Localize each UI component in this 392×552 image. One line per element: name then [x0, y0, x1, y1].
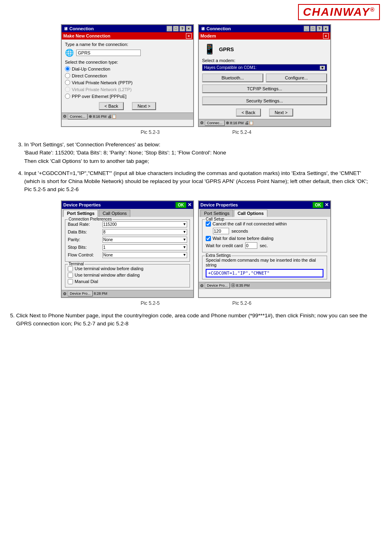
taskbar-connec-2[interactable]: Connec...	[205, 120, 225, 126]
back-button-2[interactable]: < Back	[236, 108, 261, 117]
configure-button[interactable]: Configure...	[266, 73, 327, 82]
caption-5-2-4: Pic 5.2-4	[232, 129, 251, 135]
pic-5-2-3-window: 🖥 Connection _ □ ? × Make New Connection…	[61, 24, 194, 127]
close-icon-1[interactable]: ×	[186, 26, 192, 31]
close-icon-2[interactable]: ×	[323, 26, 329, 31]
credit-label: Wait for credit card	[206, 243, 243, 248]
parity-select[interactable]: None ▼	[102, 237, 187, 243]
next-button-1[interactable]: Next >	[132, 102, 156, 110]
seconds-input[interactable]	[213, 228, 229, 234]
stop-bits-select[interactable]: 1 ▼	[102, 244, 187, 250]
dp-close-icon-2[interactable]: ✕	[325, 202, 329, 208]
check-manual-dial[interactable]: Manual Dial	[68, 279, 187, 284]
modem-close[interactable]: ×	[323, 33, 329, 39]
check-before-dialing[interactable]: Use terminal window before dialing	[68, 266, 187, 271]
data-bits-value: 8	[103, 230, 106, 234]
start-icon-1: ⚙	[63, 114, 67, 119]
step-5: Click Next to Phone Number page, input t…	[12, 312, 380, 328]
tcp-ip-settings-button[interactable]: TCP/IP Settings...	[202, 84, 327, 93]
connection-icon-2: 🖥	[200, 26, 205, 31]
select-modem-label: Select a modem:	[202, 58, 327, 63]
help-icon-2[interactable]: ?	[317, 26, 322, 31]
modem-device-name: GPRS	[219, 46, 234, 52]
modem-btn-pair: Bluetooth... Configure...	[202, 73, 327, 82]
data-bits-row: Data Bits: 8 ▼	[68, 229, 187, 235]
dp-titlebar-2: Device Properties OK ✕	[199, 201, 330, 209]
taskbar-device-6[interactable]: Device Pro...	[205, 283, 230, 288]
radio-dialup[interactable]: Dial-Up Connection	[65, 66, 190, 71]
radio-pppoe[interactable]: PPP over Ethernet [PPPoE]	[65, 94, 190, 99]
check-cancel-call[interactable]: Cancel the call if not connected within	[206, 221, 323, 227]
modem-dropdown-arrow: ▼	[320, 66, 325, 70]
stop-bits-row: Stop Bits: 1 ▼	[68, 244, 187, 250]
dp-titlebar-right-1: OK ✕	[175, 202, 192, 208]
titlebar-left-1: 🖥 Connection	[63, 26, 94, 31]
tab-port-settings-2[interactable]: Port Settings	[200, 210, 233, 217]
parity-value: None	[103, 237, 113, 242]
type-label: Select the connection type:	[65, 60, 190, 65]
minimize-icon-1[interactable]: _	[167, 26, 172, 31]
terminal-group: Terminal Use terminal window before dial…	[65, 264, 190, 287]
credit-input[interactable]	[245, 242, 257, 249]
titlebar-title-1: Connection	[69, 26, 94, 31]
taskbar-extra-2: 🖨📋	[245, 121, 254, 125]
pic-5-2-4-window: 🖥 Connection _ □ ? × Modem × 📱 GPRS Sele…	[198, 24, 331, 127]
dp-title-1: Device Properties	[63, 202, 101, 207]
dp-tabs-1: Port Settings Call Options	[62, 209, 193, 217]
pic-5-2-5-window: Device Properties OK ✕ Port Settings Cal…	[61, 200, 194, 298]
check-after-dialing[interactable]: Use terminal window after dialing	[68, 273, 187, 278]
bluetooth-button[interactable]: Bluetooth...	[202, 73, 263, 82]
dp-close-icon-1[interactable]: ✕	[188, 202, 192, 208]
flow-control-label: Flow Control:	[68, 252, 100, 257]
connection-name-input[interactable]	[76, 50, 141, 56]
connection-icon-1: 🖥	[63, 26, 68, 31]
security-settings-button[interactable]: Security Settings...	[202, 96, 327, 105]
taskbar-connec-1[interactable]: Connec...	[68, 114, 88, 119]
make-new-connection-body: Type a name for the connection: 🌐 Select…	[62, 40, 193, 112]
modem-dropdown[interactable]: Hayes Compatible on COM1: ▼	[202, 64, 327, 71]
name-label: Type a name for the connection:	[65, 42, 190, 47]
modem-select-row: Hayes Compatible on COM1: ▼	[202, 64, 327, 71]
minimize-icon-2[interactable]: _	[304, 26, 309, 31]
taskbar-time-2: 8:16 PM	[230, 121, 244, 125]
connection-prefs-group: Connection Preferences Baud Rate: 115200…	[65, 219, 190, 262]
dp-tabs-2: Port Settings Call Options	[199, 209, 330, 217]
taskbar-a-icon: Ⓐ	[231, 283, 235, 288]
radio-vpn-pptp[interactable]: Virtual Private Network (PPTP)	[65, 80, 190, 85]
pic-5-2-6-window: Device Properties OK ✕ Port Settings Cal…	[198, 200, 331, 298]
dp-titlebar-1: Device Properties OK ✕	[62, 201, 193, 209]
stop-bits-label: Stop Bits:	[68, 245, 100, 250]
data-bits-select[interactable]: 8 ▼	[102, 229, 187, 235]
flow-control-select[interactable]: None ▼	[102, 252, 187, 258]
check-wait-dial-tone[interactable]: Wait for dial tone before dialing	[206, 236, 323, 241]
taskbar-time-1: 8:16 PM	[93, 115, 107, 119]
help-icon-1[interactable]: ?	[179, 26, 185, 31]
radio-vpn-l2tp: Virtual Private Network (L2TP)	[65, 87, 190, 92]
start-icon-5: ⚙	[63, 292, 67, 296]
next-button-2[interactable]: Next >	[269, 108, 293, 117]
baud-rate-select[interactable]: 115200 ▼	[102, 221, 187, 227]
call-setup-group: Call Setup Cancel the call if not connec…	[202, 219, 327, 252]
flow-control-value: None	[103, 253, 113, 257]
baud-rate-row: Baud Rate: 115200 ▼	[68, 221, 187, 227]
extra-settings-desc: Special modem commands may be inserted i…	[206, 258, 323, 267]
tab-call-options-2[interactable]: Call Options	[234, 210, 267, 217]
at-command-field[interactable]: +CGDCONT=1,"IP","CMNET"	[206, 269, 323, 277]
modem-dialog-title: Modem	[200, 33, 216, 38]
back-button-1[interactable]: < Back	[99, 102, 124, 110]
titlebar-connection-2: 🖥 Connection _ □ ? ×	[199, 25, 330, 32]
restore-icon-1[interactable]: □	[173, 26, 179, 31]
restore-icon-2[interactable]: □	[310, 26, 316, 31]
taskbar-device-5[interactable]: Device Pro...	[68, 291, 93, 296]
tab-port-settings-1[interactable]: Port Settings	[63, 210, 98, 217]
credit-unit: sec.	[260, 243, 268, 248]
baud-rate-value: 115200	[103, 222, 117, 227]
dp-ok-button-1[interactable]: OK	[175, 202, 186, 208]
radio-direct[interactable]: Direct Connection	[65, 73, 190, 78]
caption-5-2-5: Pic 5.2-5	[141, 300, 160, 306]
titlebar-icons-2: _ □ ? ×	[304, 26, 329, 31]
tab-call-options-1[interactable]: Call Options	[99, 210, 130, 217]
dp-ok-button-2[interactable]: OK	[313, 202, 323, 208]
start-icon-6: ⚙	[200, 283, 204, 288]
dialog-close-1[interactable]: ×	[186, 33, 192, 39]
